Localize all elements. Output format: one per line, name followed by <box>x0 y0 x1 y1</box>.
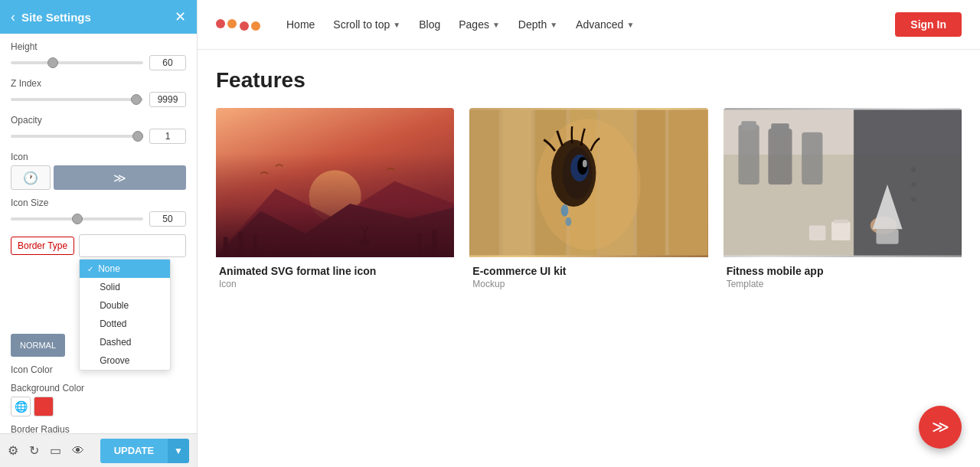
svg-rect-30 <box>771 123 789 134</box>
icon-select-button[interactable]: 🕐 <box>11 165 51 190</box>
zindex-slider[interactable] <box>11 98 143 101</box>
signin-button[interactable]: Sign In <box>895 12 962 37</box>
dropdown-option-double[interactable]: Double <box>80 296 170 315</box>
nav-blog-label: Blog <box>419 18 440 31</box>
icon-size-slider-row: 50 <box>11 211 186 227</box>
svg-rect-6 <box>417 234 422 256</box>
card-3-info: Fitness mobile app Template <box>724 257 962 292</box>
height-label: Height <box>11 41 186 52</box>
height-slider[interactable] <box>11 61 143 64</box>
svg-rect-16 <box>669 110 708 256</box>
logo-dots <box>216 19 260 31</box>
update-button[interactable]: UPDATE <box>100 439 168 463</box>
svg-point-23 <box>561 204 569 217</box>
icon-size-slider[interactable] <box>11 217 143 220</box>
border-type-label: Border Type <box>11 237 74 255</box>
card-1-subtitle: Icon <box>219 279 451 289</box>
zindex-input[interactable]: 9999 <box>149 92 186 107</box>
signin-label: Sign In <box>910 18 946 31</box>
color-globe-button[interactable]: 🌐 <box>11 397 31 416</box>
card-1[interactable]: Animated SVG format line icon Icon <box>216 108 454 292</box>
icon-label: Icon <box>11 152 186 162</box>
border-type-setting: Border Type ✓ None Solid <box>11 234 186 257</box>
background-color-label: Background Color <box>11 383 186 394</box>
svg-rect-4 <box>238 232 243 256</box>
card-2-title: E-commerce UI kit <box>472 265 704 277</box>
card-2[interactable]: E-commerce UI kit Mockup <box>469 108 707 292</box>
navbar: Home Scroll to top ▼ Blog Pages ▼ Depth … <box>198 0 980 50</box>
normal-button[interactable]: NORMAL <box>11 334 65 357</box>
eye-icon-button[interactable]: 👁 <box>72 443 84 458</box>
height-setting: Height 60 <box>11 41 186 70</box>
opacity-slider[interactable] <box>11 135 143 138</box>
svg-rect-39 <box>831 222 850 240</box>
border-type-dropdown: ✓ None Solid Double D <box>79 259 171 371</box>
nav-scroll-to-top[interactable]: Scroll to top ▼ <box>325 14 408 35</box>
logo-dot-2 <box>227 19 237 28</box>
icon-setting: Icon 🕐 ≫ <box>11 152 186 190</box>
svg-point-34 <box>911 168 916 172</box>
zindex-label: Z Index <box>11 78 186 89</box>
features-title: Features <box>216 68 962 93</box>
zindex-slider-row: 9999 <box>11 92 186 107</box>
zindex-setting: Z Index 9999 <box>11 78 186 107</box>
sidebar-header: ‹ Site Settings ✕ <box>0 0 197 34</box>
svg-point-36 <box>911 197 916 201</box>
svg-point-0 <box>309 170 361 222</box>
clock-icon: 🕐 <box>23 171 38 185</box>
logo-top-row <box>216 19 237 31</box>
chevron-down-icon-4: ▼ <box>626 21 634 29</box>
check-icon: ✓ <box>87 265 93 273</box>
opacity-input[interactable]: 1 <box>149 129 186 144</box>
main-content: Home Scroll to top ▼ Blog Pages ▼ Depth … <box>198 0 980 467</box>
option-dashed-label: Dashed <box>100 337 131 348</box>
nav-pages[interactable]: Pages ▼ <box>451 14 508 35</box>
border-radius-setting: Border Radius 50 <box>11 424 186 433</box>
responsive-icon-button[interactable]: ▭ <box>50 443 61 458</box>
height-input[interactable]: 60 <box>149 55 186 70</box>
dropdown-option-solid[interactable]: Solid <box>80 278 170 296</box>
svg-rect-10 <box>469 110 499 256</box>
icon-size-input[interactable]: 50 <box>149 211 186 227</box>
back-button[interactable]: ‹ <box>11 9 15 25</box>
color-swatch-wrap: 🌐 <box>11 397 54 416</box>
dropdown-option-dashed[interactable]: Dashed <box>80 333 170 351</box>
history-icon-button[interactable]: ↻ <box>29 443 39 458</box>
background-color-setting: Background Color 🌐 <box>11 383 186 416</box>
collapse-handle[interactable]: ‹ <box>197 218 198 249</box>
icon-control-row: 🕐 ≫ <box>11 165 186 190</box>
svg-rect-11 <box>503 110 531 256</box>
svg-rect-3 <box>224 237 228 256</box>
scroll-to-top-fab[interactable]: ≫ <box>919 406 962 449</box>
svg-point-8 <box>359 240 371 246</box>
dropdown-option-none[interactable]: ✓ None <box>80 260 170 278</box>
icon-expand-button[interactable]: ≫ <box>54 165 186 190</box>
card-3[interactable]: Fitness mobile app Template <box>724 108 962 292</box>
color-red-swatch[interactable] <box>34 397 54 416</box>
option-none-label: None <box>98 263 120 274</box>
nav-home[interactable]: Home <box>279 14 322 35</box>
dropdown-option-groove[interactable]: Groove <box>80 351 170 370</box>
toolbar-icons: ⚙ ↻ ▭ 👁 <box>8 443 84 458</box>
border-type-select[interactable] <box>79 234 186 257</box>
svg-rect-40 <box>834 220 848 224</box>
card-2-image <box>469 108 707 257</box>
nav-advanced[interactable]: Advanced ▼ <box>568 14 642 35</box>
opacity-setting: Opacity 1 <box>11 115 186 144</box>
svg-rect-5 <box>253 235 257 256</box>
icon-size-label: Icon Size <box>11 198 186 208</box>
sidebar: ‹ Site Settings ✕ Height 60 Z Index 9999… <box>0 0 198 467</box>
dropdown-option-dotted[interactable]: Dotted <box>80 315 170 333</box>
settings-icon-button[interactable]: ⚙ <box>8 443 18 458</box>
nav-blog[interactable]: Blog <box>411 14 448 35</box>
sidebar-title: Site Settings <box>21 11 91 24</box>
sidebar-header-left: ‹ Site Settings <box>11 9 91 25</box>
svg-rect-31 <box>802 132 822 185</box>
card-1-title: Animated SVG format line icon <box>219 265 451 277</box>
nav-depth[interactable]: Depth ▼ <box>511 14 565 35</box>
cards-grid: Animated SVG format line icon Icon <box>216 108 962 292</box>
update-dropdown-button[interactable]: ▼ <box>168 439 189 463</box>
opacity-slider-row: 1 <box>11 129 186 144</box>
close-button[interactable]: ✕ <box>175 8 186 25</box>
border-type-select-area: ✓ None Solid Double D <box>79 234 186 257</box>
